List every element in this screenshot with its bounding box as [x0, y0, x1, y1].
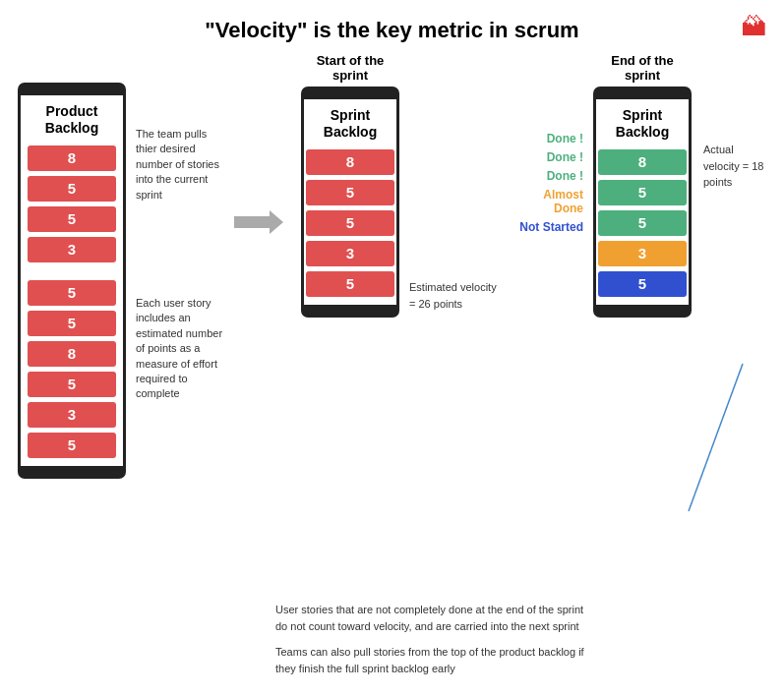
product-backlog-label: ProductBacklog — [45, 103, 98, 137]
sprint-start-label: Start of the sprint — [301, 53, 399, 83]
logo-icon: 🏔 — [741, 12, 766, 42]
product-card-6: 5 — [28, 311, 116, 336]
arrow-right-icon — [234, 210, 283, 234]
sprint-start-card-1: 8 — [306, 149, 394, 175]
sprint-end-col: End of the sprint SprintBacklog 8 5 5 3 … — [593, 53, 692, 318]
status-done-2: Done ! — [515, 150, 589, 164]
user-story-annotation: Each user story includes an estimated nu… — [136, 296, 224, 402]
product-card-2: 5 — [28, 176, 116, 202]
product-card-1: 8 — [28, 145, 116, 171]
sprint-start-section: Start of the sprint SprintBacklog 8 5 5 … — [301, 53, 399, 318]
page-title: "Velocity" is the key metric in scrum — [0, 0, 784, 43]
actual-velocity: Actual velocity = 18 points — [703, 142, 766, 191]
sprint-start-backlog-label: SprintBacklog — [324, 107, 377, 141]
bottom-note-2: Teams can also pull stories from the top… — [275, 644, 590, 676]
product-backlog-section: ProductBacklog 8 5 5 3 5 5 8 5 3 5 The t… — [18, 53, 224, 479]
sprint-end-label: End of the sprint — [593, 53, 692, 83]
sprint-end-backlog-label: SprintBacklog — [616, 107, 669, 141]
product-backlog-body: ProductBacklog 8 5 5 3 5 5 8 5 3 5 — [18, 95, 126, 466]
status-not-started: Not Started — [515, 220, 589, 234]
product-card-5: 5 — [28, 280, 116, 306]
status-done-3: Done ! — [515, 169, 589, 183]
status-done-1: Done ! — [515, 132, 589, 145]
product-card-10: 5 — [28, 433, 116, 458]
status-almost-done: Almost Done — [515, 188, 589, 215]
estimated-velocity: Estimated velocity = 26 points — [409, 279, 498, 312]
sprint-start-card-5: 5 — [306, 271, 394, 297]
sprint-start-card-2: 5 — [306, 180, 394, 205]
sprint-end-card-1: 8 — [598, 149, 687, 175]
sprint-end-card-2: 5 — [598, 180, 687, 205]
arrow-area — [234, 210, 283, 234]
main-content: ProductBacklog 8 5 5 3 5 5 8 5 3 5 The t… — [0, 53, 784, 479]
sprint-start-body: SprintBacklog 8 5 5 3 5 — [301, 99, 399, 305]
product-card-8: 5 — [28, 372, 116, 397]
product-card-3: 5 — [28, 206, 116, 232]
bottom-note-1: User stories that are not completely don… — [275, 602, 590, 634]
sprint-end-section: Done ! Done ! Done ! Almost Done Not Sta… — [515, 53, 766, 318]
product-annotations: The team pulls thier desired number of s… — [136, 122, 224, 402]
product-card-4: 3 — [28, 237, 116, 262]
bottom-notes-area: User stories that are not completely don… — [275, 602, 764, 686]
sprint-end-card-4: 3 — [598, 241, 687, 266]
sprint-end-body: SprintBacklog 8 5 5 3 5 — [593, 99, 692, 305]
sprint-start-card-3: 5 — [306, 210, 394, 236]
product-card-7: 8 — [28, 341, 116, 367]
team-pulls-annotation: The team pulls thier desired number of s… — [136, 127, 224, 203]
sprint-end-card-3: 5 — [598, 210, 687, 236]
product-backlog-col: ProductBacklog 8 5 5 3 5 5 8 5 3 5 — [18, 53, 126, 479]
product-card-9: 3 — [28, 402, 116, 428]
sprint-end-card-5: 5 — [598, 271, 687, 297]
status-labels-area: Done ! Done ! Done ! Almost Done Not Sta… — [515, 132, 589, 234]
sprint-start-card-4: 3 — [306, 241, 394, 266]
